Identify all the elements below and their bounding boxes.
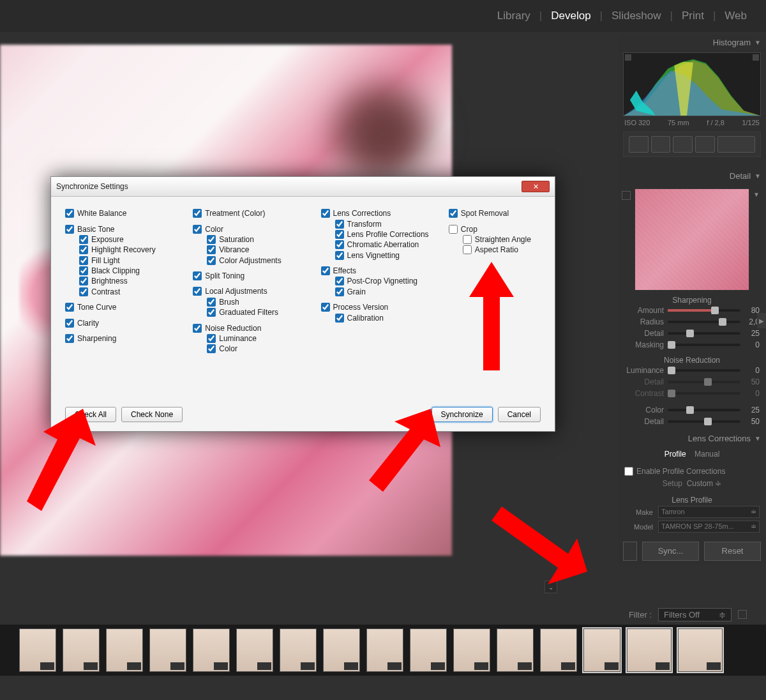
chk-tone-curve[interactable]: Tone Curve xyxy=(65,302,180,312)
thumbnail[interactable] xyxy=(19,628,56,672)
chk-effects[interactable]: Effects xyxy=(321,266,436,276)
slider-track[interactable] xyxy=(668,392,740,395)
chk-contrast[interactable]: Contrast xyxy=(65,287,180,297)
chk-luminance[interactable]: Luminance xyxy=(193,333,308,344)
chk-treatment[interactable]: Treatment (Color) xyxy=(193,208,308,218)
chk-crop[interactable]: Crop xyxy=(449,224,541,234)
slider-track[interactable] xyxy=(668,409,740,411)
sync-button[interactable]: Sync... xyxy=(642,542,699,561)
chk-basic-tone[interactable]: Basic Tone xyxy=(65,224,180,234)
close-button[interactable]: ✕ xyxy=(522,181,550,192)
slider-track[interactable] xyxy=(668,309,740,312)
chk-noise-reduction[interactable]: Noise Reduction xyxy=(193,323,308,333)
chk-highlight-recovery[interactable]: Highlight Recovery xyxy=(65,245,180,255)
thumbnail[interactable] xyxy=(149,628,186,672)
chk-transform[interactable]: Transform xyxy=(321,218,436,229)
switch-icon[interactable] xyxy=(623,542,637,561)
thumbnail[interactable] xyxy=(236,628,273,672)
thumbnail[interactable] xyxy=(497,628,534,672)
chk-grain[interactable]: Grain xyxy=(321,287,436,297)
thumbnail[interactable] xyxy=(453,628,490,672)
slider-track[interactable] xyxy=(668,344,740,346)
chk-split-toning[interactable]: Split Toning xyxy=(193,271,308,281)
check-all-button[interactable]: Check All xyxy=(65,407,116,422)
enable-profile-checkbox[interactable]: Enable Profile Corrections xyxy=(624,466,760,476)
chk-color-noise[interactable]: Color xyxy=(193,344,308,354)
nav-develop[interactable]: Develop xyxy=(551,10,590,22)
chk-lens-vignetting[interactable]: Lens Vignetting xyxy=(321,250,436,261)
thumbnail[interactable] xyxy=(63,628,100,672)
chk-fill-light[interactable]: Fill Light xyxy=(65,255,180,266)
chk-vibrance[interactable]: Vibrance xyxy=(193,245,308,255)
chk-color[interactable]: Color xyxy=(193,224,308,234)
filter-toggle-icon[interactable] xyxy=(738,610,747,619)
slider-track[interactable] xyxy=(668,420,740,423)
chk-sharpening[interactable]: Sharpening xyxy=(65,333,180,344)
thumbnail[interactable] xyxy=(323,628,360,672)
thumbnail[interactable] xyxy=(678,628,723,672)
chk-brush[interactable]: Brush xyxy=(193,297,308,307)
slider-masking[interactable]: Masking 0 xyxy=(618,339,766,351)
nav-print[interactable]: Print xyxy=(682,10,704,22)
slider-detailN[interactable]: Detail 50 xyxy=(618,376,766,388)
nav-library[interactable]: Library xyxy=(497,10,530,22)
thumbnail[interactable] xyxy=(410,628,447,672)
panel-expand-icon[interactable]: ▶ xyxy=(757,313,766,328)
chk-clarity[interactable]: Clarity xyxy=(65,317,180,328)
check-none-button[interactable]: Check None xyxy=(121,407,183,422)
crop-tool-icon[interactable] xyxy=(629,136,649,153)
dropdown-icon[interactable]: ≑ xyxy=(715,479,721,488)
tab-manual[interactable]: Manual xyxy=(695,450,719,459)
filter-select[interactable]: Filters Off≑ xyxy=(658,608,732,621)
synchronize-button[interactable]: Synchronize xyxy=(432,407,493,422)
nav-slideshow[interactable]: Slideshow xyxy=(612,10,661,22)
lens-header[interactable]: Lens Corrections▼ xyxy=(618,431,766,446)
chk-chromatic-aberration[interactable]: Chromatic Aberration xyxy=(321,240,436,250)
grad-tool-icon[interactable] xyxy=(695,136,715,153)
chk-spot-removal[interactable]: Spot Removal xyxy=(449,208,541,218)
chk-exposure[interactable]: Exposure xyxy=(65,234,180,245)
chk-lens-profile-corr[interactable]: Lens Profile Corrections xyxy=(321,229,436,240)
filmstrip[interactable] xyxy=(0,625,766,676)
redeye-tool-icon[interactable] xyxy=(673,136,693,153)
detail-zoom-icon[interactable] xyxy=(622,191,631,200)
thumbnail[interactable] xyxy=(193,628,230,672)
lens-model-select[interactable]: TAMRON SP 28-75m...≑ xyxy=(658,521,760,533)
chk-white-balance[interactable]: White Balance xyxy=(65,208,180,218)
slider-detailC[interactable]: Detail 50 xyxy=(618,416,766,427)
chk-graduated-filters[interactable]: Graduated Filters xyxy=(193,307,308,317)
nav-web[interactable]: Web xyxy=(725,10,747,22)
thumbnail[interactable] xyxy=(366,628,403,672)
spot-tool-icon[interactable] xyxy=(651,136,671,153)
slider-color[interactable]: Color 25 xyxy=(618,404,766,416)
lens-make-select[interactable]: Tamron≑ xyxy=(658,506,760,518)
slider-amount[interactable]: Amount 80 xyxy=(618,305,766,316)
detail-preview[interactable] xyxy=(635,188,749,291)
slider-luminance[interactable]: Luminance 0 xyxy=(618,365,766,376)
brush-tool-icon[interactable] xyxy=(717,136,755,153)
chk-aspect-ratio[interactable]: Aspect Ratio xyxy=(449,245,541,255)
reset-button[interactable]: Reset xyxy=(704,542,761,561)
chk-color-adjustments[interactable]: Color Adjustments xyxy=(193,255,308,266)
clip-highlight-icon[interactable] xyxy=(753,54,759,61)
chk-saturation[interactable]: Saturation xyxy=(193,234,308,245)
thumbnail[interactable] xyxy=(540,628,577,672)
chk-brightness[interactable]: Brightness xyxy=(65,276,180,286)
histogram-header[interactable]: Histogram▼ xyxy=(618,35,766,50)
chk-black-clipping[interactable]: Black Clipping xyxy=(65,266,180,276)
detail-header[interactable]: Detail▼ xyxy=(618,169,766,183)
slider-contrast[interactable]: Contrast 0 xyxy=(618,388,766,399)
slider-radius[interactable]: Radius 2,0 xyxy=(618,316,766,328)
preset-dropdown[interactable]: ⌄ xyxy=(544,581,557,593)
clip-shadow-icon[interactable] xyxy=(625,54,631,61)
slider-track[interactable] xyxy=(668,381,740,383)
dialog-titlebar[interactable]: Synchronize Settings ✕ xyxy=(51,177,555,197)
slider-track[interactable] xyxy=(668,369,740,372)
thumbnail[interactable] xyxy=(280,628,317,672)
thumbnail[interactable] xyxy=(627,628,672,672)
cancel-button[interactable]: Cancel xyxy=(498,407,541,422)
slider-detailS[interactable]: Detail 25 xyxy=(618,328,766,339)
chk-post-crop-vignetting[interactable]: Post-Crop Vignetting xyxy=(321,276,436,286)
chk-calibration[interactable]: Calibration xyxy=(321,312,436,323)
chevron-down-icon[interactable]: ▼ xyxy=(753,191,760,198)
